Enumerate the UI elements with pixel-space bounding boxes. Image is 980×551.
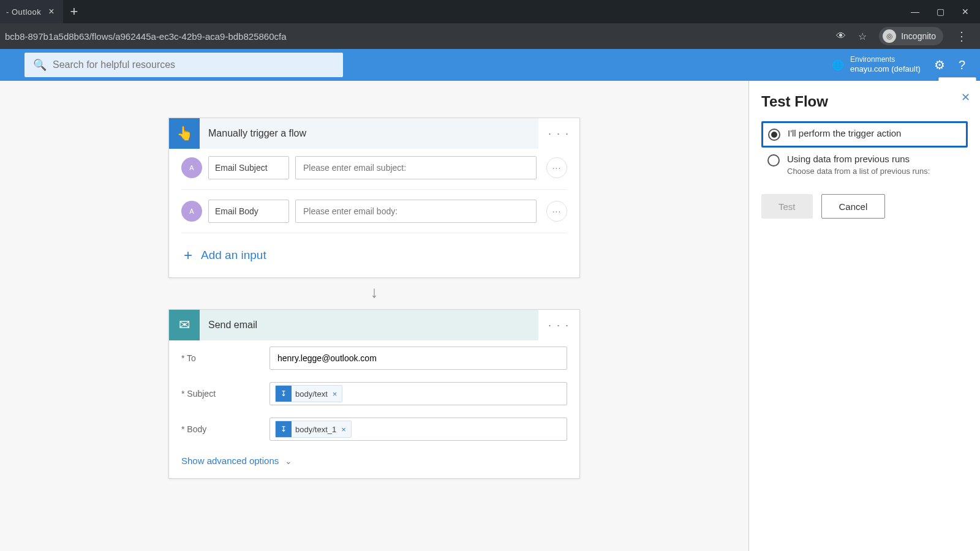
url-text: bcb8-897b1a5d8b63/flows/a962445a-ec3c-42…	[5, 31, 836, 42]
search-input[interactable]	[53, 59, 334, 70]
incognito-label: Incognito	[901, 31, 936, 41]
app-header: 🔍 🌐 Environments enayu.com (default) ⚙ ?…	[0, 49, 980, 81]
window-controls: ― ▢ ✕	[911, 7, 980, 17]
incognito-icon: ◎	[883, 29, 896, 43]
env-label: Environments	[850, 55, 921, 64]
search-icon: 🔍	[33, 58, 47, 72]
globe-icon: 🌐	[832, 59, 844, 71]
minimize-icon[interactable]: ―	[911, 7, 919, 17]
search-box[interactable]: 🔍	[24, 53, 343, 77]
close-tab-icon[interactable]: ×	[46, 6, 56, 17]
close-window-icon[interactable]: ✕	[962, 7, 969, 17]
address-bar[interactable]: bcb8-897b1a5d8b63/flows/a962445a-ec3c-42…	[0, 23, 980, 49]
gear-icon[interactable]: ⚙	[934, 58, 945, 72]
maximize-icon[interactable]: ▢	[937, 7, 944, 17]
browser-tab-strip: - Outlook × + ― ▢ ✕	[0, 0, 980, 23]
incognito-badge[interactable]: ◎ Incognito	[879, 27, 943, 45]
help-icon[interactable]: ?	[959, 58, 965, 72]
tab-title: - Outlook	[6, 7, 41, 17]
new-tab-button[interactable]: +	[63, 4, 86, 20]
bookmark-star-icon[interactable]: ☆	[858, 31, 867, 42]
env-value: enayu.com (default)	[850, 64, 921, 74]
browser-menu-icon[interactable]: ⋮	[956, 29, 968, 43]
browser-tab[interactable]: - Outlook ×	[0, 0, 63, 23]
eye-off-icon[interactable]: 👁	[836, 31, 846, 42]
environment-picker[interactable]: 🌐 Environments enayu.com (default)	[832, 55, 921, 74]
